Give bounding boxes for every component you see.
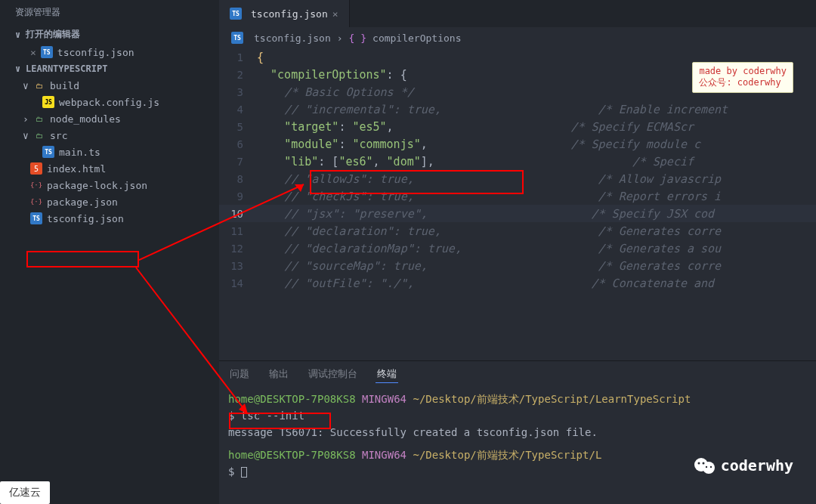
svg-point-7 bbox=[702, 462, 704, 465]
folder-icon: 🗀 bbox=[33, 113, 45, 125]
file-tab[interactable]: TS tsconfig.json × bbox=[219, 0, 350, 27]
code-editor[interactable]: 1{ 2 "compilerOptions": { 3 /* Basic Opt… bbox=[219, 48, 816, 360]
explorer-title: 资源管理器 bbox=[0, 0, 219, 25]
tab-output[interactable]: 输出 bbox=[267, 366, 290, 383]
ts-icon: TS bbox=[41, 46, 53, 58]
wechat-icon bbox=[694, 456, 716, 475]
svg-point-9 bbox=[709, 466, 711, 468]
annotation-note: made by coderwhy公众号: coderwhy bbox=[692, 62, 793, 93]
svg-point-8 bbox=[705, 466, 706, 468]
tab-debug[interactable]: 调试控制台 bbox=[307, 366, 359, 383]
tree-file-webpack[interactable]: JSwebpack.config.js bbox=[0, 94, 219, 110]
ts-icon: TS bbox=[42, 146, 54, 158]
json-icon: {·} bbox=[30, 196, 42, 208]
chevron-down-icon: ∨ bbox=[15, 29, 23, 40]
tree-file-tsconfig[interactable]: TStsconfig.json bbox=[0, 210, 219, 227]
ts-icon: TS bbox=[30, 212, 42, 224]
tree-file-pkglock[interactable]: {·}package-lock.json bbox=[0, 177, 219, 193]
chevron-down-icon: ∨ bbox=[23, 130, 30, 141]
open-editor-item[interactable]: ×TStsconfig.json bbox=[0, 44, 219, 60]
tree-file-pkg[interactable]: {·}package.json bbox=[0, 193, 219, 210]
terminal-tabs: 问题 输出 调试控制台 终端 bbox=[219, 361, 816, 388]
json-icon: {·} bbox=[30, 179, 42, 191]
js-icon: JS bbox=[42, 96, 54, 108]
close-icon[interactable]: × bbox=[332, 8, 338, 20]
folder-icon: 🗀 bbox=[33, 129, 45, 141]
ts-icon: TS bbox=[230, 8, 242, 20]
file-label: tsconfig.json bbox=[57, 47, 134, 58]
explorer-sidebar: 资源管理器 ∨打开的编辑器 ×TStsconfig.json ∨LEARNTYP… bbox=[0, 0, 219, 504]
chevron-down-icon: ∨ bbox=[15, 63, 23, 74]
tree-folder-nodemodules[interactable]: ›🗀node_modules bbox=[0, 110, 219, 127]
project-section[interactable]: ∨LEARNTYPESCRIPT bbox=[0, 60, 219, 77]
tree-file-main[interactable]: TSmain.ts bbox=[0, 144, 219, 160]
terminal-content[interactable]: home@DESKTOP-7P08KS8 MINGW64 ~/Desktop/前… bbox=[219, 388, 816, 504]
chevron-right-icon: › bbox=[23, 113, 30, 125]
attribution-label: 亿速云 bbox=[0, 481, 50, 504]
tab-bar: TS tsconfig.json × bbox=[219, 0, 816, 27]
ts-icon: TS bbox=[231, 32, 243, 44]
breadcrumb[interactable]: TS tsconfig.json › { } compilerOptions bbox=[219, 27, 816, 48]
terminal-panel: 问题 输出 调试控制台 终端 home@DESKTOP-7P08KS8 MING… bbox=[219, 360, 816, 504]
tab-terminal[interactable]: 终端 bbox=[376, 366, 398, 383]
tab-problems[interactable]: 问题 bbox=[228, 366, 251, 383]
watermark: coderwhy bbox=[694, 456, 793, 475]
cursor-icon bbox=[241, 467, 247, 478]
editor-area: TS tsconfig.json × TS tsconfig.json › { … bbox=[219, 0, 816, 504]
tree-file-index[interactable]: 5index.html bbox=[0, 160, 219, 177]
tree-folder-src[interactable]: ∨🗀src bbox=[0, 127, 219, 144]
folder-icon: 🗀 bbox=[33, 79, 45, 91]
open-editors-section[interactable]: ∨打开的编辑器 bbox=[0, 25, 219, 44]
svg-point-6 bbox=[697, 462, 700, 465]
close-icon[interactable]: × bbox=[30, 47, 36, 58]
tab-label: tsconfig.json bbox=[251, 8, 328, 20]
html-icon: 5 bbox=[30, 162, 42, 175]
file-tree: ∨🗀build JSwebpack.config.js ›🗀node_modul… bbox=[0, 77, 219, 504]
chevron-down-icon: ∨ bbox=[23, 80, 30, 91]
tree-folder-build[interactable]: ∨🗀build bbox=[0, 77, 219, 94]
